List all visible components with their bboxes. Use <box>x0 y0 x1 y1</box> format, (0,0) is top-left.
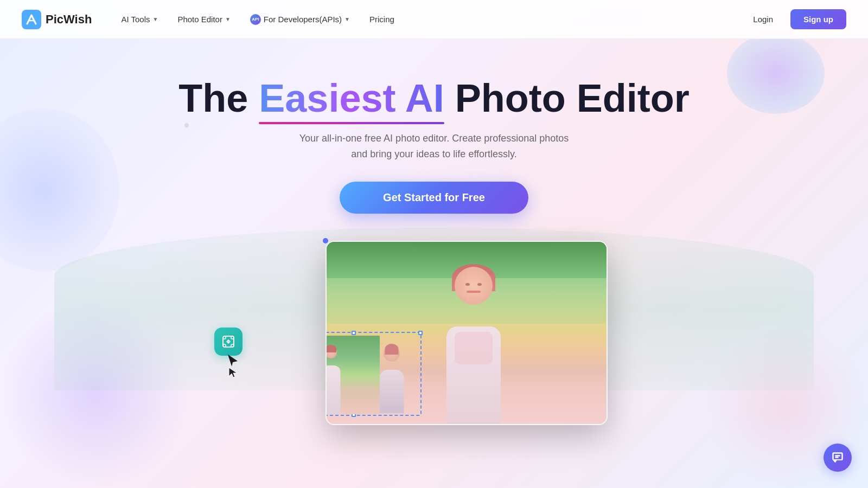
photo-editor-chevron-icon: ▼ <box>225 16 231 22</box>
editor-preview: 1x <box>277 241 591 425</box>
frame-dot-icon <box>323 238 328 243</box>
chat-widget-button[interactable] <box>824 444 852 472</box>
ai-tools-label: AI Tools <box>121 15 150 24</box>
hero-cta-button[interactable]: Get Started for Free <box>340 182 528 214</box>
for-developers-label: For Developers(APIs) <box>264 15 342 24</box>
nav-item-for-developers[interactable]: API For Developers(APIs) ▼ <box>242 10 358 29</box>
api-icon: API <box>250 14 261 25</box>
nav-item-photo-editor[interactable]: Photo Editor ▼ <box>170 10 238 28</box>
small-preview-image <box>326 336 380 414</box>
nav-links: AI Tools ▼ Photo Editor ▼ API For Develo… <box>113 10 746 29</box>
logo-icon <box>22 10 41 29</box>
photo-editor-label: Photo Editor <box>177 15 222 24</box>
login-button[interactable]: Login <box>746 10 780 28</box>
pricing-label: Pricing <box>369 15 394 24</box>
hero-title: The Easiest AI Photo Editor <box>178 77 689 120</box>
hero-title-part2: Photo Editor <box>444 76 690 120</box>
person-body <box>446 326 501 424</box>
navbar: PicWish AI Tools ▼ Photo Editor ▼ API Fo… <box>0 0 868 39</box>
chat-icon <box>831 451 844 464</box>
decorative-dot <box>184 123 189 127</box>
nav-right: Login Sign up <box>746 9 846 29</box>
brand-name: PicWish <box>46 12 92 27</box>
hero-subtitle: Your all-in-one free AI photo editor. Cr… <box>293 131 575 162</box>
selection-overlay <box>326 332 422 416</box>
hero-section: The Easiest AI Photo Editor Your all-in-… <box>0 39 868 425</box>
logo-link[interactable]: PicWish <box>22 10 92 29</box>
selection-handle-tm <box>352 331 356 335</box>
svg-rect-0 <box>22 10 41 29</box>
selection-handle-tr <box>418 331 423 335</box>
for-developers-chevron-icon: ▼ <box>344 16 350 22</box>
hero-title-part1: The <box>178 76 259 120</box>
tool-icon <box>214 328 242 356</box>
nav-item-ai-tools[interactable]: AI Tools ▼ <box>113 10 165 28</box>
signup-button[interactable]: Sign up <box>790 9 846 29</box>
ai-tools-chevron-icon: ▼ <box>152 16 158 22</box>
crop-resize-icon <box>221 334 236 349</box>
nav-item-pricing[interactable]: Pricing <box>362 10 402 28</box>
hero-title-gradient: Easiest AI <box>259 76 444 120</box>
person-head <box>455 267 493 305</box>
cursor-icon <box>228 355 239 382</box>
person-figure <box>425 261 522 424</box>
editor-frame: 1x <box>326 241 608 425</box>
